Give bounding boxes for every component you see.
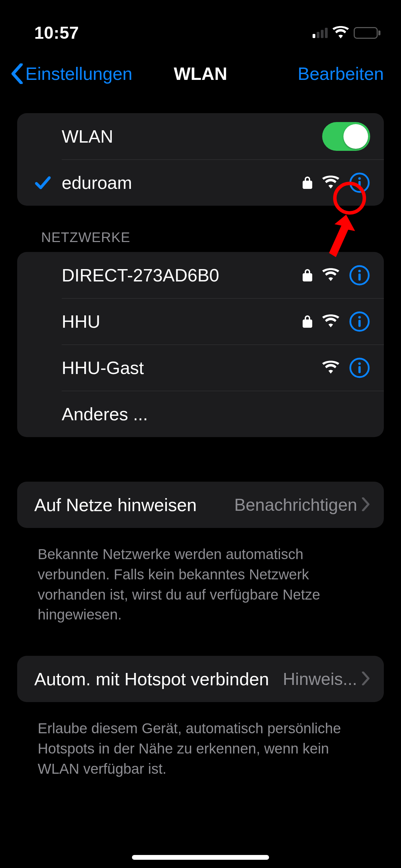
ask-to-join-row[interactable]: Auf Netze hinweisen Benachrichtigen: [17, 482, 384, 528]
info-button[interactable]: [349, 311, 370, 332]
status-time: 10:57: [34, 23, 79, 43]
svg-point-1: [358, 177, 361, 179]
status-indicators: [313, 26, 380, 40]
svg-point-7: [358, 316, 361, 318]
ask-label: Auf Netze hinweisen: [34, 495, 234, 515]
network-name: HHU: [62, 311, 302, 332]
ask-footer: Bekannte Netzwerke werden automatisch ve…: [17, 536, 384, 625]
info-button[interactable]: [349, 265, 370, 286]
edit-button[interactable]: Bearbeiten: [297, 63, 384, 84]
hotspot-label: Autom. mit Hotspot verbinden: [34, 669, 269, 689]
wlan-toggle[interactable]: [322, 122, 370, 151]
wifi-signal-icon: [322, 361, 339, 375]
network-row[interactable]: DIRECT-273AD6B0: [17, 252, 384, 298]
wifi-signal-icon: [322, 314, 339, 329]
chevron-right-icon: [361, 497, 370, 513]
other-network-label: Anderes ...: [62, 404, 370, 424]
wifi-signal-icon: [322, 176, 339, 190]
wlan-group: WLAN eduroam: [17, 113, 384, 206]
hotspot-footer: Erlaube diesem Gerät, automatisch persön…: [17, 710, 384, 779]
lock-icon: [302, 314, 313, 329]
info-button[interactable]: [349, 357, 370, 378]
hotspot-value: Hinweis...: [276, 669, 357, 689]
svg-point-4: [358, 269, 361, 272]
nav-bar: Einstellungen WLAN Bearbeiten: [0, 51, 401, 99]
network-row[interactable]: HHU-Gast: [17, 345, 384, 391]
wlan-toggle-label: WLAN: [62, 126, 322, 147]
info-button[interactable]: [349, 172, 370, 193]
ask-value: Benachrichtigen: [234, 495, 357, 515]
svg-rect-11: [359, 366, 361, 373]
other-network-row[interactable]: Anderes ...: [17, 391, 384, 437]
svg-rect-5: [359, 273, 361, 280]
chevron-right-icon: [361, 672, 370, 687]
networks-group: DIRECT-273AD6B0 HHU: [17, 252, 384, 437]
back-button[interactable]: Einstellungen: [10, 63, 132, 84]
wifi-status-icon: [332, 26, 349, 40]
cellular-signal-icon: [313, 28, 328, 38]
hotspot-group: Autom. mit Hotspot verbinden Hinweis...: [17, 656, 384, 702]
networks-header: Netzwerke: [17, 230, 384, 252]
back-label: Einstellungen: [25, 63, 132, 84]
hotspot-row[interactable]: Autom. mit Hotspot verbinden Hinweis...: [17, 656, 384, 702]
wlan-toggle-row: WLAN: [17, 113, 384, 159]
network-row[interactable]: HHU: [17, 298, 384, 345]
wifi-signal-icon: [322, 268, 339, 282]
svg-point-10: [358, 362, 361, 364]
ask-group: Auf Netze hinweisen Benachrichtigen: [17, 482, 384, 528]
lock-icon: [302, 268, 313, 283]
connected-network-row[interactable]: eduroam: [17, 159, 384, 206]
battery-icon: [354, 27, 380, 39]
lock-icon: [302, 175, 313, 190]
status-bar: 10:57: [0, 0, 401, 51]
svg-rect-8: [359, 320, 361, 327]
svg-rect-2: [359, 181, 361, 188]
connected-network-name: eduroam: [62, 172, 302, 193]
checkmark-icon: [34, 174, 62, 191]
home-indicator[interactable]: [132, 855, 269, 860]
network-name: HHU-Gast: [62, 358, 322, 378]
network-name: DIRECT-273AD6B0: [62, 265, 302, 286]
